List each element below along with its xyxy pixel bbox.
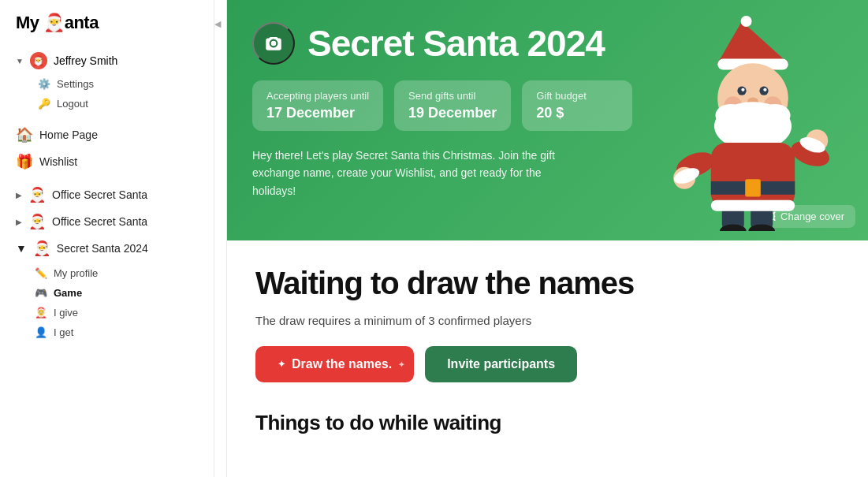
sidebar-item-game[interactable]: 🎮 Game [0, 283, 214, 303]
user-menu[interactable]: ▼ 🎅 Jeffrey Smith [0, 47, 214, 74]
sidebar: My 🎅anta ▼ 🎅 Jeffrey Smith ⚙️ Settings 🔑… [0, 0, 214, 477]
app-logo: My 🎅anta [0, 13, 214, 46]
waiting-title: Waiting to draw the names [255, 266, 840, 301]
active-group-items: ✏️ My profile 🎮 Game 🤶 I give 👤 I get [0, 262, 214, 344]
send-value: 19 December [408, 105, 497, 121]
svg-point-18 [673, 147, 718, 182]
i-get-label: I get [54, 326, 73, 338]
hero-title: Secret Santa 2024 [307, 25, 605, 61]
chevron-down-icon-2: ▼ [16, 242, 27, 255]
logout-icon: 🔑 [38, 98, 50, 110]
game-icon: 🎮 [35, 287, 47, 299]
camera-icon [263, 33, 284, 54]
hero-header: Secret Santa 2024 [252, 22, 843, 65]
my-profile-label: My profile [54, 267, 98, 279]
invite-label: Invite participants [447, 357, 555, 371]
wishlist-label: Wishlist [39, 155, 77, 168]
group2-icon: 🎅 [28, 213, 46, 230]
user-section: ▼ 🎅 Jeffrey Smith ⚙️ Settings 🔑 Logout [0, 46, 214, 115]
accepting-label: Accepting players until [266, 90, 369, 102]
change-cover-label: Change cover [780, 211, 844, 222]
home-icon: 🏠 [16, 126, 33, 143]
send-label: Send gifts until [408, 90, 497, 102]
settings-label: Settings [57, 78, 94, 90]
sidebar-item-wishlist[interactable]: 🎁 Wishlist [0, 148, 214, 175]
user-name: Jeffrey Smith [54, 54, 117, 67]
sidebar-item-office-santa-1[interactable]: ▶ 🎅 Office Secret Santa [0, 181, 214, 208]
sidebar-item-office-santa-2[interactable]: ▶ 🎅 Office Secret Santa [0, 208, 214, 235]
logout-label: Logout [57, 98, 88, 110]
invite-participants-button[interactable]: Invite participants [425, 346, 577, 382]
settings-item[interactable]: ⚙️ Settings [0, 74, 214, 94]
game-label: Game [54, 287, 82, 299]
sidebar-item-home[interactable]: 🏠 Home Page [0, 121, 214, 148]
main-content: Secret Santa 2024 Accepting players unti… [227, 0, 868, 477]
things-to-do-title: Things to do while waiting [255, 411, 840, 435]
chevron-right-icon-2: ▶ [16, 218, 22, 226]
hero-cards: Accepting players until 17 December Send… [252, 80, 843, 131]
action-buttons: ✦ Draw the names. Invite participants [255, 346, 840, 382]
hero-banner: Secret Santa 2024 Accepting players unti… [227, 0, 868, 240]
group1-icon: 🎅 [28, 186, 46, 203]
change-photo-button[interactable] [252, 22, 295, 65]
sidebar-item-i-get[interactable]: 👤 I get [0, 322, 214, 342]
svg-point-26 [720, 224, 747, 230]
hero-card-accepting: Accepting players until 17 December [252, 80, 383, 131]
budget-label: Gift budget [536, 90, 618, 102]
active-group-header[interactable]: ▼ 🎅 Secret Santa 2024 [0, 235, 214, 262]
draw-names-button[interactable]: ✦ Draw the names. [255, 346, 414, 382]
logout-item[interactable]: 🔑 Logout [0, 94, 214, 114]
avatar: 🎅 [30, 52, 47, 69]
collapse-icon: ◀ [214, 19, 221, 29]
home-label: Home Page [39, 129, 98, 141]
i-get-icon: 👤 [35, 326, 47, 338]
i-give-label: I give [54, 307, 78, 319]
change-cover-button[interactable]: 🖼 Change cover [754, 205, 855, 228]
group2-label: Office Secret Santa [52, 215, 147, 228]
page-content: Waiting to draw the names The draw requi… [227, 240, 868, 460]
image-icon: 🖼 [766, 211, 776, 222]
svg-rect-17 [745, 179, 761, 196]
budget-value: 20 $ [536, 105, 618, 121]
draw-subtitle: The draw requires a minimum of 3 confirm… [255, 314, 840, 327]
settings-icon: ⚙️ [38, 78, 50, 90]
svg-point-20 [673, 166, 695, 188]
active-group-label: Secret Santa 2024 [57, 242, 148, 255]
sparkle-left-icon: ✦ [278, 359, 285, 370]
group1-label: Office Secret Santa [52, 188, 147, 201]
svg-point-23 [798, 134, 827, 155]
chevron-down-icon: ▼ [16, 57, 24, 65]
wishlist-icon: 🎁 [16, 153, 33, 170]
hero-description: Hey there! Let's play Secret Santa this … [252, 147, 583, 199]
accepting-value: 17 December [266, 105, 369, 121]
svg-rect-16 [711, 181, 795, 195]
my-profile-icon: ✏️ [35, 267, 47, 279]
hero-card-budget: Gift budget 20 $ [522, 80, 632, 131]
sidebar-item-i-give[interactable]: 🤶 I give [0, 303, 214, 322]
svg-rect-24 [722, 204, 744, 231]
i-give-icon: 🤶 [35, 307, 47, 319]
draw-names-label: Draw the names. [292, 357, 392, 371]
svg-rect-15 [711, 143, 795, 209]
sidebar-collapse-handle[interactable]: ◀ [214, 0, 227, 477]
chevron-right-icon: ▶ [16, 191, 22, 199]
hero-card-send: Send gifts until 19 December [394, 80, 511, 131]
svg-point-19 [788, 136, 833, 171]
svg-point-22 [672, 165, 701, 186]
active-group-icon: 🎅 [33, 240, 50, 257]
sidebar-item-my-profile[interactable]: ✏️ My profile [0, 263, 214, 283]
svg-point-21 [806, 129, 828, 151]
